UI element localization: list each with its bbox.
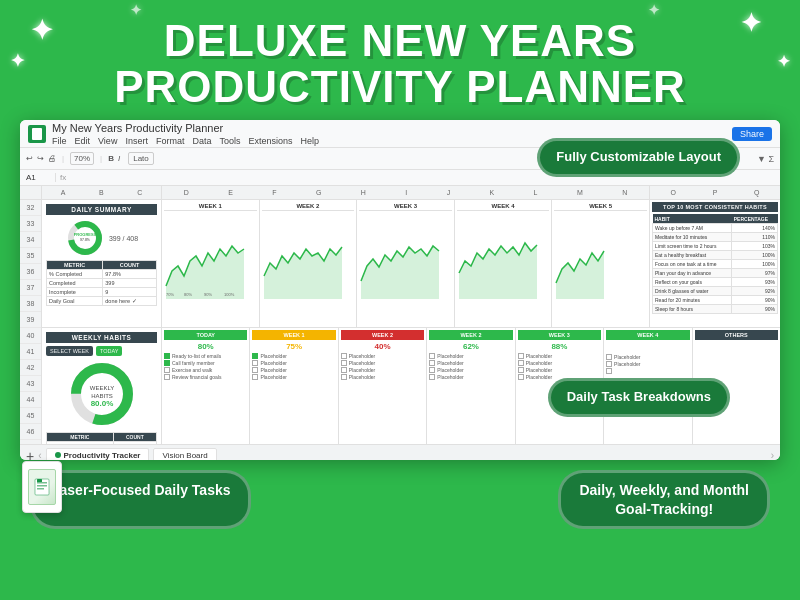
sheet-scroll-right[interactable]: ›: [771, 450, 774, 460]
progress-count: 399 / 408: [109, 235, 138, 242]
week2-section: WEEK 2: [260, 200, 358, 327]
task-item: Placeholder: [606, 354, 689, 360]
cell-address[interactable]: A1: [26, 173, 56, 182]
task-item: Placeholder: [252, 367, 335, 373]
today-col-header: TODAY: [164, 330, 247, 340]
task-checkbox[interactable]: [252, 360, 258, 366]
vision-board-tab[interactable]: Vision Board: [153, 448, 216, 460]
week1-col-header: WEEK 1: [252, 330, 335, 340]
task-checkbox[interactable]: [341, 367, 347, 373]
task-item: Exercise and walk: [164, 367, 247, 373]
toolbar-font[interactable]: Lato: [128, 152, 154, 165]
week2a-pct: 40%: [341, 342, 424, 351]
task-checkbox[interactable]: [429, 360, 435, 366]
task-checkbox[interactable]: [164, 353, 170, 359]
task-item: Ready to-list of emails: [164, 353, 247, 359]
task-item: Placeholder: [429, 367, 512, 373]
sheets-logo-svg: [34, 478, 50, 496]
left-feature-text: Laser-Focused Daily Tasks: [51, 482, 230, 498]
toolbar-redo[interactable]: ↪: [37, 154, 44, 163]
menu-view[interactable]: View: [98, 136, 117, 146]
week1-chart: 70% 80% 90% 100%: [164, 211, 257, 301]
customizable-callout-text: Fully Customizable Layout: [556, 149, 721, 164]
task-checkbox[interactable]: [341, 374, 347, 380]
week2b-pct: 62%: [429, 342, 512, 351]
sheet-scroll-left[interactable]: ‹: [38, 450, 41, 460]
task-checkbox[interactable]: [164, 360, 170, 366]
task-item: Placeholder: [429, 374, 512, 380]
menu-format[interactable]: Format: [156, 136, 185, 146]
toolbar-bold[interactable]: B: [108, 154, 114, 163]
menu-extensions[interactable]: Extensions: [248, 136, 292, 146]
right-feature-text: Daily, Weekly, and MonthlGoal-Tracking!: [579, 482, 749, 516]
weekly-habits-header: WEEKLY HABITS: [46, 332, 157, 343]
habit-row: Meditate for 10 minutes110%: [653, 233, 778, 242]
toolbar-italic[interactable]: I: [118, 154, 120, 163]
task-checkbox[interactable]: [606, 368, 612, 374]
task-checkbox[interactable]: [252, 367, 258, 373]
svg-rect-21: [37, 488, 44, 490]
habit-row: Drink 8 glasses of water92%: [653, 287, 778, 296]
toolbar-print[interactable]: 🖨: [48, 154, 56, 163]
toolbar-undo[interactable]: ↩: [26, 154, 33, 163]
task-checkbox[interactable]: [606, 354, 612, 360]
week3-section: WEEK 3: [357, 200, 455, 327]
weekly-donut: WEEKLY HABITS 80.0%: [46, 359, 157, 429]
weekly-chart-area: WEEK 1 70% 80% 90% 100% WEEK 2: [162, 200, 650, 327]
task-checkbox[interactable]: [341, 353, 347, 359]
toolbar-zoom[interactable]: 70%: [70, 152, 94, 165]
svg-text:80%: 80%: [184, 292, 192, 297]
select-week-btn[interactable]: SELECT WEEK: [46, 346, 93, 356]
svg-text:70%: 70%: [166, 292, 174, 297]
week2-chart: [262, 211, 355, 301]
task-checkbox[interactable]: [252, 353, 258, 359]
today-btn[interactable]: TODAY: [96, 346, 122, 356]
menu-data[interactable]: Data: [192, 136, 211, 146]
habits-panel-header: TOP 10 MOST CONSISTENT HABITS: [652, 202, 778, 212]
task-checkbox[interactable]: [429, 374, 435, 380]
share-button[interactable]: Share: [732, 127, 772, 141]
task-checkbox[interactable]: [606, 361, 612, 367]
task-checkbox[interactable]: [518, 353, 524, 359]
tab-dot: [55, 452, 61, 458]
task-checkbox[interactable]: [429, 367, 435, 373]
sheets-tab-bar: + ‹ Productivity Tracker Vision Board ›: [20, 444, 780, 460]
task-item: Placeholder: [429, 353, 512, 359]
add-sheet-button[interactable]: +: [26, 448, 34, 461]
sheets-app-icon-bottom: [22, 461, 62, 513]
menu-file[interactable]: File: [52, 136, 67, 146]
task-item: Placeholder: [252, 360, 335, 366]
daily-task-callout: Daily Task Breakdowns: [548, 378, 730, 417]
task-item: Placeholder: [341, 353, 424, 359]
task-col-today: TODAY 80% Ready to-list of emails Call f…: [162, 328, 250, 444]
task-checkbox[interactable]: [341, 360, 347, 366]
task-checkbox[interactable]: [518, 374, 524, 380]
today-pct: 80%: [164, 342, 247, 351]
weekly-metrics-table: METRICCOUNT % Completed80.0% Completed8 …: [46, 432, 157, 444]
task-checkbox[interactable]: [164, 367, 170, 373]
task-checkbox[interactable]: [164, 374, 170, 380]
svg-marker-9: [264, 247, 342, 299]
week2a-col-header: WEEK 2: [341, 330, 424, 340]
menu-help[interactable]: Help: [300, 136, 319, 146]
habit-row: Plan your day in advance97%: [653, 269, 778, 278]
habit-row: Wake up before 7 AM140%: [653, 224, 778, 233]
task-checkbox[interactable]: [518, 367, 524, 373]
task-checkbox[interactable]: [252, 374, 258, 380]
weekly-donut-svg: WEEKLY HABITS 80.0%: [67, 359, 137, 429]
menu-edit[interactable]: Edit: [75, 136, 91, 146]
top-panels: DAILY SUMMARY PROGRESS 97.8% 399 / 408: [42, 200, 780, 328]
sheets-title: My New Years Productivity Planner: [52, 122, 319, 134]
task-checkbox[interactable]: [518, 360, 524, 366]
menu-insert[interactable]: Insert: [125, 136, 148, 146]
menu-tools[interactable]: Tools: [219, 136, 240, 146]
task-checkbox[interactable]: [429, 353, 435, 359]
task-item: Placeholder: [606, 361, 689, 367]
week5-chart: [554, 211, 647, 301]
habit-row: Sleep for 8 hours90%: [653, 305, 778, 314]
title-line2: PRODUCTIVITY PLANNER: [20, 64, 780, 110]
task-col-week2a: WEEK 2 40% Placeholder Placeholder Place…: [339, 328, 427, 444]
week3-col-header: WEEK 3: [518, 330, 601, 340]
productivity-tracker-tab[interactable]: Productivity Tracker: [46, 448, 150, 461]
week3-label: WEEK 3: [359, 202, 452, 211]
